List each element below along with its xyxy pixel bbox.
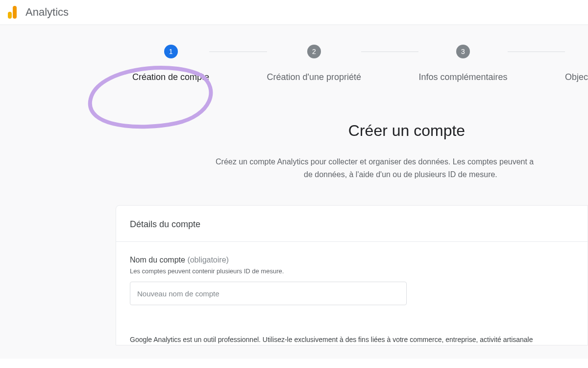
account-name-input[interactable] bbox=[130, 282, 407, 305]
app-title: Analytics bbox=[25, 6, 69, 19]
subtitle-line1: Créez un compte Analytics pour collecter… bbox=[216, 158, 534, 166]
account-name-label: Nom du compte (obligatoire) bbox=[130, 256, 574, 264]
analytics-logo-icon bbox=[8, 6, 17, 19]
step-connector bbox=[508, 52, 565, 52]
field-required-text: (obligatoire) bbox=[187, 256, 228, 264]
step-connector bbox=[209, 52, 267, 52]
main-section: Créer un compte Créez un compte Analytic… bbox=[0, 82, 588, 345]
page-title: Créer un compte bbox=[0, 122, 588, 140]
account-details-card: Détails du compte Nom du compte (obligat… bbox=[116, 205, 588, 345]
card-title: Détails du compte bbox=[116, 219, 588, 242]
step-2[interactable]: 2 Création d'une propriété bbox=[267, 45, 362, 82]
step-label-4: Objec bbox=[565, 72, 588, 82]
step-label-2: Création d'une propriété bbox=[267, 72, 362, 82]
step-4[interactable]: 4 Objec bbox=[565, 45, 588, 82]
legal-text: Google Analytics est un outil profession… bbox=[130, 335, 574, 345]
content-area: 1 Création de compte 2 Création d'une pr… bbox=[0, 25, 588, 359]
field-label-text: Nom du compte bbox=[130, 256, 185, 264]
step-1[interactable]: 1 Création de compte bbox=[132, 45, 209, 82]
stepper: 1 Création de compte 2 Création d'une pr… bbox=[0, 45, 588, 82]
account-name-help: Les comptes peuvent contenir plusieurs I… bbox=[130, 267, 574, 275]
step-label-1: Création de compte bbox=[132, 72, 209, 82]
app-header: Analytics bbox=[0, 0, 588, 25]
step-label-3: Infos complémentaires bbox=[418, 72, 507, 82]
step-circle-3: 3 bbox=[456, 45, 470, 58]
step-3[interactable]: 3 Infos complémentaires bbox=[418, 45, 507, 82]
step-connector bbox=[361, 52, 418, 52]
subtitle-line2: de données, à l'aide d'un ou de plusieur… bbox=[216, 170, 497, 179]
account-name-field-group: Nom du compte (obligatoire) Les comptes … bbox=[130, 256, 574, 305]
step-circle-2: 2 bbox=[307, 45, 321, 58]
step-circle-1: 1 bbox=[164, 45, 178, 58]
page-subtitle: Créez un compte Analytics pour collecter… bbox=[0, 156, 588, 181]
